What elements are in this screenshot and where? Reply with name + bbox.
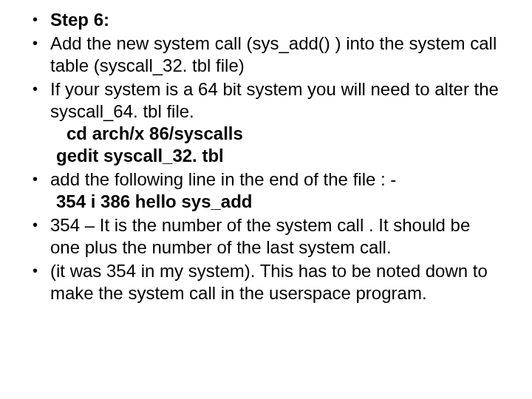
code-line: gedit syscall_32. tbl [56, 145, 502, 167]
bullet-text: (it was 354 in my system). This has to b… [50, 261, 488, 303]
bullet-64bit-note: If your system is a 64 bit system you wi… [30, 78, 502, 167]
bullet-list: Step 6: Add the new system call (sys_add… [30, 9, 502, 304]
slide: Step 6: Add the new system call (sys_add… [0, 0, 532, 304]
code-line: cd arch/x 86/syscalls [66, 123, 502, 145]
bullet-text: Step 6: [50, 10, 109, 30]
bullet-text: If your system is a 64 bit system you wi… [50, 79, 499, 121]
code-line: 354 i 386 hello sys_add [56, 191, 502, 213]
bullet-text: 354 – It is the number of the system cal… [50, 215, 470, 257]
bullet-add-syscall: Add the new system call (sys_add() ) int… [30, 33, 502, 77]
bullet-text: add the following line in the end of the… [50, 169, 396, 189]
bullet-354-number: 354 – It is the number of the system cal… [30, 214, 502, 259]
bullet-step6: Step 6: [30, 9, 502, 31]
bullet-add-line: add the following line in the end of the… [30, 168, 502, 213]
bullet-354-note: (it was 354 in my system). This has to b… [30, 260, 502, 304]
bullet-text: Add the new system call (sys_add() ) int… [50, 33, 497, 75]
